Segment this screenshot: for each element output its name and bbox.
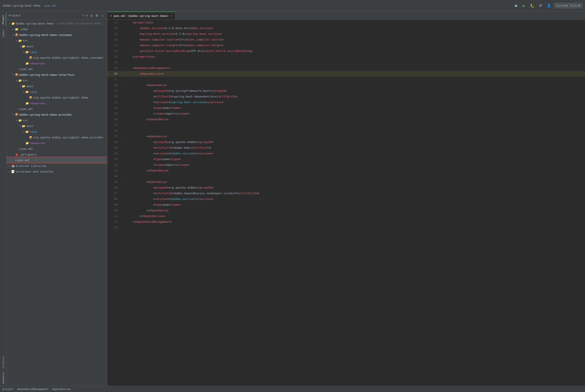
tree-consumer-pom[interactable]: ▶ m pom.xml [7,66,107,72]
settings-button[interactable]: ⚙ [537,2,544,9]
line-number-20: 20 [107,37,120,42]
code-content-40[interactable]: <version>${dubbo.version}</version> [124,151,585,156]
tree-consumer[interactable]: ▼ 📦 dubbo-spring-boot-demo-consumer [7,32,107,38]
bottom-bc-2[interactable]: dependencyManagement [17,388,49,391]
code-content-42[interactable]: <scope>import</scope> [124,162,585,168]
tree-interface-pom[interactable]: ▶ m pom.xml [7,106,107,112]
code-content-22[interactable]: <project.build.sourceEncoding>UTF-8</pro… [124,48,585,54]
debug-button[interactable]: 🐛 [529,2,535,9]
gutter-31 [120,100,124,105]
code-content-21[interactable]: <maven.compiler.target>17</maven.compile… [124,42,585,48]
tree-provider-pom[interactable]: ▶ m pom.xml [7,146,107,152]
code-content-27[interactable] [124,77,585,82]
code-content-49[interactable]: <type>pom</type> [124,202,585,208]
collapse-all-button[interactable]: ≡ [85,13,89,18]
code-content-48[interactable]: <version>${dubbo.version}</version> [124,196,585,202]
code-content-18[interactable]: <dubbo.version>3.2.0-beta.4</dubbo.versi… [124,26,585,31]
code-content-38[interactable]: <groupId>org.apache.dubbo</groupId> [124,139,585,145]
line-number-27: 27 [107,77,120,82]
code-content-19[interactable]: <spring-boot.version>2.7.8</spring-boot.… [124,31,585,37]
back-button[interactable]: ◀ [512,2,519,9]
line-number-28: 28 [107,82,120,88]
code-line-34: 34 </dependency> [107,116,585,122]
code-content-41[interactable]: <type>pom</type> [124,156,585,162]
code-content-33[interactable]: <scope>import</scope> [124,111,585,116]
breadcrumb-project[interactable]: dubbo-spring-boot-demo [3,4,40,7]
tree-root[interactable]: ▼ 📁 dubbo-spring-boot-demo ~/code/dubbo-… [7,20,107,26]
activity-commit[interactable]: Commit [1,27,6,40]
tree-ext-libs[interactable]: ▶ 📚 External Libraries [7,163,107,169]
code-content-45[interactable]: <dependency> [124,179,585,185]
tree-provider-pkg[interactable]: ▶ 📦 org.apache.dubbo.springboot.demo.pro… [7,134,107,140]
code-content-52[interactable]: </dependencyManagement> [124,219,585,225]
code-content-44[interactable] [124,174,585,179]
code-line-36: 36 [107,128,585,134]
tree-provider-main[interactable]: ▼ 📂 main [7,123,107,129]
code-content-43[interactable]: </dependency> [124,168,585,174]
code-content-35[interactable] [124,122,585,128]
tree-idea[interactable]: ▶ 📁 .idea [7,26,107,32]
tree-consumer-res[interactable]: ▶ 📁 resources [7,60,107,66]
interface-res-icon: 📁 [26,102,29,105]
tree-interface-res[interactable]: ▶ 📁 resources [7,100,107,106]
close-sidebar-button[interactable]: — [100,13,105,18]
code-content-31[interactable]: <version>${spring-boot.version}</version… [124,100,585,105]
code-content-53[interactable] [124,225,585,230]
tree-interface-pkg[interactable]: ▶ 📦 org.apache.dubbo.springboot.demo [7,94,107,100]
gear-button[interactable]: ⚙ [95,13,99,18]
tree-gitignore[interactable]: ▶ 🔖 .gitignore [7,152,107,157]
tree-interface-src[interactable]: ▼ 📂 src [7,78,107,83]
code-content-47[interactable]: <artifactId>dubbo-dependencies-zookeeper… [124,190,585,196]
gutter-26[interactable]: ▽ [120,71,124,77]
bottom-bc-1[interactable]: project [3,388,14,391]
tree-provider-src[interactable]: ▼ 📂 src [7,118,107,123]
current-file-dropdown[interactable]: Current File ▼ [554,3,582,8]
code-content-34[interactable]: </dependency> [124,116,585,122]
breadcrumb-file[interactable]: pom.xml [45,4,57,7]
code-content-37[interactable]: <dependency> [124,134,585,139]
code-content-28[interactable]: <dependency> [124,82,585,88]
tree-interface[interactable]: ▼ 📦 dubbo-spring-boot-demo-interface [7,72,107,78]
code-content-23[interactable]: </properties> [124,54,585,60]
code-content-50[interactable]: </dependency> [124,208,585,213]
tree-provider-res[interactable]: ▶ 📁 resources [7,140,107,146]
tree-consumer-pkg[interactable]: ▶ 📦 org.apache.dubbo.springboot.demo.con… [7,55,107,60]
code-content-51[interactable]: </dependencies> [124,213,585,219]
code-content-39[interactable]: <artifactId>dubbo-bom</artifactId> [124,145,585,151]
code-line-37: 37▽ <dependency> [107,134,585,139]
tree-interface-java[interactable]: ▼ 📂 java [7,89,107,94]
gutter-45[interactable]: ▽ [120,179,124,185]
code-content-24[interactable] [124,60,585,65]
tree-scratches[interactable]: ▶ 📝 Scratches and Consoles [7,169,107,174]
run-button[interactable]: ▶ [520,2,527,9]
gutter-25[interactable]: ▽ [120,65,124,71]
tab-pom-xml[interactable]: m pom.xml (dubbo-spring-boot-demo) ✕ [107,12,175,20]
code-content-36[interactable] [124,128,585,134]
activity-structure[interactable]: Structure [1,356,6,369]
tree-interface-main[interactable]: ▼ 📂 main [7,83,107,89]
tree-consumer-main[interactable]: ▼ 📂 main [7,43,107,49]
tree-consumer-src[interactable]: ▼ 📂 src [7,38,107,43]
sidebar-dropdown-icon[interactable]: ▼ [82,14,84,17]
gutter-37[interactable]: ▽ [120,134,124,139]
code-content-32[interactable]: <type>pom</type> [124,105,585,111]
profile-button[interactable]: 👤 [545,2,552,9]
tree-provider[interactable]: ▼ 📦 dubbo-spring-boot-demo-provider [7,112,107,118]
code-content-26[interactable]: <dependencies> [124,71,585,77]
activity-project[interactable]: Project [1,13,6,26]
code-content-25[interactable]: <dependencyManagement> [124,65,585,71]
code-content-29[interactable]: <groupId>org.springframework.boot</group… [124,88,585,94]
code-content-30[interactable]: <artifactId>spring-boot-dependencies</ar… [124,94,585,100]
sort-button[interactable]: ⇅ [89,13,94,18]
tree-consumer-java[interactable]: ▼ 📂 java [7,49,107,55]
code-content-17[interactable]: <properties> [124,20,585,26]
code-content-20[interactable]: <maven.compiler.source>17</maven.compile… [124,37,585,42]
gutter-32 [120,105,124,111]
tab-close-button[interactable]: ✕ [171,14,172,17]
activity-bookmarks[interactable]: Bookmarks [1,371,6,384]
tree-provider-java[interactable]: ▼ 📂 java [7,129,107,134]
bottom-bc-3[interactable]: dependencies [52,388,71,391]
code-content-46[interactable]: <groupId>org.apache.dubbo</groupId> [124,185,585,190]
tree-root-pom[interactable]: ▶ m pom.xml [7,157,107,163]
gutter-28[interactable]: ▽ [120,82,124,88]
